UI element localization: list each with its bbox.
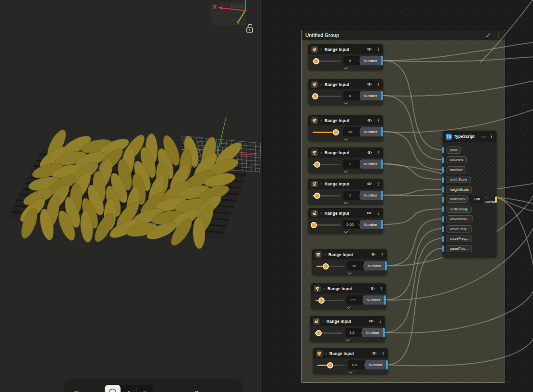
visibility-eye-icon[interactable] bbox=[366, 150, 372, 155]
input-port[interactable] bbox=[442, 206, 444, 212]
number-output-port[interactable] bbox=[384, 295, 386, 305]
range-node-header[interactable]: Range Input ⋮ bbox=[311, 283, 386, 294]
slider-knob[interactable] bbox=[315, 330, 322, 336]
arrow-up-icon[interactable]: ↑ bbox=[90, 387, 94, 392]
slider-track[interactable] bbox=[315, 300, 343, 301]
gizmo-y-label[interactable]: Y bbox=[236, 20, 240, 25]
material-sphere-icon[interactable]: ◑ bbox=[121, 385, 136, 392]
value-text[interactable]: 0.00 bbox=[343, 220, 357, 229]
slider-track[interactable] bbox=[315, 332, 342, 334]
ts-input-row[interactable]: rows bbox=[443, 145, 497, 155]
number-output-port[interactable] bbox=[383, 328, 385, 337]
slider-knob[interactable] bbox=[327, 362, 333, 368]
ts-input-label[interactable]: rows bbox=[447, 147, 461, 154]
3d-viewport[interactable]: Back X Y ▢↑◯◑○◇∷{}▭✧ bbox=[0, 0, 262, 392]
number-output-port[interactable] bbox=[385, 261, 387, 270]
ts-input-label[interactable]: columns bbox=[447, 156, 467, 163]
input-port[interactable] bbox=[442, 216, 444, 222]
slider-knob[interactable] bbox=[311, 222, 317, 228]
number-output-port[interactable] bbox=[381, 91, 383, 100]
typescript-node-header[interactable]: TS TypeScript </> ⋮ bbox=[443, 131, 497, 142]
ts-input-label[interactable]: hexSize bbox=[447, 166, 466, 173]
edit-group-icon[interactable] bbox=[486, 33, 491, 38]
number-output-label[interactable]: Number bbox=[364, 261, 385, 270]
expand-chevron-icon[interactable] bbox=[310, 339, 385, 342]
value-text[interactable]: 1 bbox=[343, 191, 357, 200]
node-menu-icon[interactable]: ⋮ bbox=[375, 182, 380, 186]
ts-input-row[interactable]: hexSize bbox=[443, 165, 497, 175]
slider-track[interactable] bbox=[317, 365, 345, 366]
number-output-label[interactable]: Number bbox=[363, 295, 384, 305]
slider-track[interactable] bbox=[316, 266, 344, 267]
slider-track[interactable] bbox=[313, 96, 340, 97]
number-output-port[interactable] bbox=[386, 360, 388, 369]
node-menu-icon[interactable]: ⋮ bbox=[375, 47, 380, 52]
range-node-header[interactable]: Range Input ⋮ bbox=[308, 179, 383, 189]
slider-track[interactable] bbox=[313, 132, 340, 133]
ts-input-row[interactable]: waveFreq... bbox=[443, 234, 497, 244]
input-port[interactable] bbox=[442, 245, 444, 252]
braces-icon[interactable]: {} bbox=[194, 387, 199, 392]
ts-input-label[interactable]: waveAmpl... bbox=[447, 215, 473, 222]
node-menu-icon[interactable]: ⋮ bbox=[378, 252, 384, 257]
range-input-node[interactable]: Range Input ⋮ 10 ▲▼ Number bbox=[308, 115, 383, 141]
ts-input-label[interactable]: horizontal.. bbox=[447, 196, 468, 203]
range-node-header[interactable]: Range Input ⋮ bbox=[312, 249, 387, 259]
wireframe-sphere-icon[interactable]: ○ bbox=[137, 385, 153, 392]
node-editor-canvas[interactable]: Untitled Group ⋮ TS TypeScript </> ⋮ row… bbox=[262, 0, 533, 392]
ts-input-label[interactable]: widthScale bbox=[447, 176, 471, 183]
ts-input-label[interactable]: waveFreq... bbox=[447, 225, 472, 233]
range-input-node[interactable]: Range Input ⋮ 9 ▲▼ Number bbox=[308, 44, 383, 70]
ts-input-row[interactable]: verticalGap bbox=[443, 204, 497, 214]
range-node-header[interactable]: Range Input ⋮ bbox=[308, 44, 383, 54]
slider-knob[interactable] bbox=[333, 129, 339, 135]
code-icon[interactable]: </> bbox=[481, 135, 486, 138]
range-input-node[interactable]: Range Input ⋮ 1.5 ▲▼ Number bbox=[310, 316, 385, 342]
slider-knob[interactable] bbox=[318, 297, 325, 304]
diamond-icon[interactable]: ◇ bbox=[163, 387, 169, 392]
value-text[interactable]: 1 bbox=[343, 159, 357, 169]
ts-input-label[interactable]: waveFreq... bbox=[447, 235, 472, 242]
range-node-header[interactable]: Range Input ⋮ bbox=[308, 147, 383, 158]
edit-curves-button[interactable]: Edit bbox=[470, 196, 483, 203]
expand-chevron-icon[interactable] bbox=[308, 67, 383, 70]
visibility-eye-icon[interactable] bbox=[369, 286, 375, 291]
brackets-icon[interactable]: ∷ bbox=[179, 387, 184, 392]
expand-chevron-icon[interactable] bbox=[312, 272, 387, 275]
gizmo-x-label[interactable]: X bbox=[213, 4, 216, 10]
typescript-node[interactable]: TS TypeScript </> ⋮ rowscolumnshexSizewi… bbox=[443, 131, 497, 257]
slider-knob[interactable] bbox=[314, 193, 320, 199]
range-node-header[interactable]: Range Input ⋮ bbox=[308, 115, 383, 125]
shading-mode-switch[interactable]: ◯◑○ bbox=[105, 385, 153, 392]
range-node-header[interactable]: Range Input ⋮ bbox=[313, 348, 388, 358]
slider-track[interactable] bbox=[313, 164, 340, 165]
slider-knob[interactable] bbox=[313, 58, 319, 64]
ts-input-label[interactable]: panelThic... bbox=[447, 245, 472, 252]
ts-input-row[interactable]: widthScale bbox=[443, 175, 497, 185]
node-menu-icon[interactable]: ⋮ bbox=[375, 150, 380, 155]
unlock-icon[interactable] bbox=[245, 23, 254, 34]
frame-icon[interactable]: ▢ bbox=[73, 387, 80, 392]
group-header[interactable]: Untitled Group ⋮ bbox=[302, 30, 505, 40]
ts-input-row[interactable]: columns bbox=[443, 155, 497, 165]
slider-track[interactable] bbox=[313, 61, 340, 62]
value-text[interactable]: 1.5 bbox=[345, 328, 359, 337]
expand-chevron-icon[interactable] bbox=[308, 102, 383, 105]
range-node-header[interactable]: Range Input ⋮ bbox=[308, 208, 383, 218]
number-output-port[interactable] bbox=[381, 127, 383, 136]
value-text[interactable]: 0.6 bbox=[348, 360, 362, 369]
sparkle-icon[interactable]: ✧ bbox=[227, 387, 233, 392]
visibility-eye-icon[interactable] bbox=[366, 211, 372, 215]
slider-knob[interactable] bbox=[312, 93, 318, 99]
node-menu-icon[interactable]: ⋮ bbox=[376, 319, 382, 324]
visibility-eye-icon[interactable] bbox=[368, 319, 374, 323]
number-output-port[interactable] bbox=[381, 220, 383, 229]
number-output-label[interactable]: Number bbox=[360, 191, 381, 200]
input-port[interactable] bbox=[442, 167, 444, 173]
slider-track[interactable] bbox=[313, 195, 340, 196]
input-port[interactable] bbox=[442, 177, 444, 183]
value-text[interactable]: 9 bbox=[343, 56, 357, 65]
visibility-eye-icon[interactable] bbox=[366, 118, 372, 122]
slider-knob[interactable] bbox=[314, 161, 320, 168]
ts-input-label[interactable]: heightScale bbox=[447, 186, 472, 193]
